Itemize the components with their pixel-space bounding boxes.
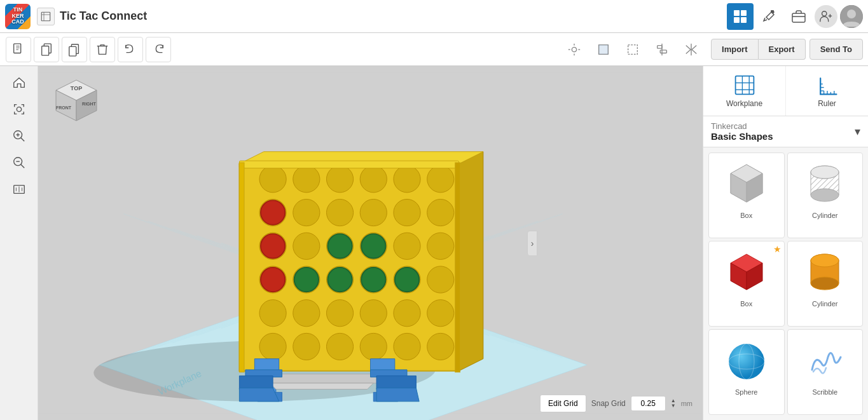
copy-button[interactable] <box>34 37 59 62</box>
shape-sphere[interactable]: Sphere <box>708 329 785 415</box>
shape-grey-cylinder[interactable]: Cylinder <box>787 152 864 238</box>
svg-rect-5 <box>734 17 740 23</box>
svg-rect-123 <box>239 161 458 168</box>
workplane-label: Workplane <box>726 99 762 108</box>
light-button[interactable] <box>561 37 587 62</box>
new-button[interactable] <box>6 37 31 62</box>
svg-point-75 <box>427 166 454 193</box>
mirror-button[interactable] <box>679 37 704 62</box>
shapes-name: Basic Shapes <box>711 131 855 142</box>
shape-grey-box[interactable]: Box <box>708 152 785 238</box>
add-user-button[interactable] <box>815 5 837 28</box>
svg-rect-124 <box>239 163 244 372</box>
svg-point-77 <box>293 199 320 226</box>
shapes-header: Tinkercad Basic Shapes ▾ <box>703 116 868 147</box>
svg-point-159 <box>811 277 839 290</box>
shape-orange-cylinder[interactable]: Cylinder <box>787 241 864 327</box>
ruler-label: Ruler <box>818 99 836 108</box>
align-button[interactable] <box>649 37 675 62</box>
svg-point-18 <box>572 47 576 51</box>
svg-marker-121 <box>376 376 416 390</box>
shapes-dropdown-icon[interactable]: ▾ <box>855 125 860 139</box>
snap-grid-stepper[interactable]: ▲ ▼ <box>671 398 676 409</box>
grey-box-label: Box <box>740 212 752 219</box>
svg-point-109 <box>361 268 385 292</box>
zoom-out-button[interactable] <box>8 151 31 174</box>
export-button[interactable]: Export <box>759 39 806 60</box>
left-panel <box>0 66 38 420</box>
workplane-button[interactable]: Workplane <box>703 66 786 116</box>
svg-point-102 <box>326 333 353 360</box>
edit-grid-button[interactable]: Edit Grid <box>540 395 586 412</box>
svg-point-86 <box>394 233 420 259</box>
svg-rect-3 <box>734 10 740 16</box>
home-view-button[interactable] <box>8 71 31 94</box>
import-button[interactable]: Import <box>711 39 758 60</box>
delete-button[interactable] <box>90 37 115 62</box>
shape-button[interactable] <box>591 37 616 62</box>
svg-marker-118 <box>239 376 273 390</box>
project-title: Tic Tac Connect <box>60 10 727 23</box>
svg-point-70 <box>259 166 286 193</box>
svg-point-101 <box>293 333 320 360</box>
snap-grid-input[interactable] <box>631 396 666 411</box>
svg-point-107 <box>361 234 385 258</box>
svg-rect-7 <box>771 10 774 13</box>
svg-point-83 <box>293 233 320 259</box>
hole-button[interactable] <box>620 37 645 62</box>
user-avatar[interactable] <box>840 5 863 28</box>
cube-navigator[interactable]: TOP FRONT RIGHT <box>45 72 108 136</box>
svg-point-149 <box>811 189 839 201</box>
svg-rect-13 <box>14 43 21 53</box>
svg-marker-119 <box>239 388 279 402</box>
svg-point-80 <box>394 199 420 226</box>
right-panel: Workplane Ruler Tinkerc <box>703 66 868 420</box>
shapes-category: Tinkercad <box>711 121 855 131</box>
svg-point-150 <box>811 166 839 179</box>
svg-point-96 <box>326 300 353 327</box>
zoom-in-button[interactable] <box>8 125 31 147</box>
shape-red-box[interactable]: ★ Box <box>708 241 785 327</box>
undo-button[interactable] <box>118 37 143 62</box>
svg-point-98 <box>394 300 420 327</box>
svg-line-29 <box>20 138 24 142</box>
svg-rect-8 <box>792 13 805 22</box>
cube-front-label: FRONT <box>56 105 72 110</box>
svg-point-10 <box>822 11 827 15</box>
svg-point-112 <box>261 200 285 224</box>
svg-point-110 <box>294 268 319 292</box>
svg-point-74 <box>394 166 420 193</box>
send-to-button[interactable]: Send To <box>809 39 863 60</box>
svg-point-108 <box>327 234 352 258</box>
duplicate-button[interactable] <box>62 37 87 62</box>
design-icon <box>37 8 55 25</box>
shape-scribble[interactable]: Scribble <box>787 329 864 415</box>
cube-right-label: RIGHT <box>82 102 97 106</box>
svg-point-73 <box>360 166 387 193</box>
3d-scene: Workplane <box>38 66 703 420</box>
svg-rect-126 <box>735 76 754 95</box>
build-button[interactable] <box>756 3 783 30</box>
toolbar: Import Export Send To <box>0 33 868 66</box>
tinkercad-logo[interactable]: TINKERCAD <box>5 4 31 29</box>
svg-rect-4 <box>741 10 747 16</box>
toolbar-right-icons <box>561 37 705 62</box>
svg-point-114 <box>261 268 285 292</box>
snap-grid-unit: mm <box>681 400 692 407</box>
panel-collapse-handle[interactable]: › <box>527 231 537 256</box>
viewport[interactable]: TOP FRONT RIGHT <box>38 66 703 420</box>
ruler-button[interactable]: Ruler <box>786 66 868 116</box>
grid-view-button[interactable] <box>727 3 754 30</box>
snap-grid-label: Snap Grid <box>591 399 626 408</box>
svg-point-81 <box>427 199 454 226</box>
svg-rect-125 <box>455 163 460 372</box>
ortho-button[interactable] <box>8 178 31 201</box>
projects-button[interactable] <box>785 3 812 30</box>
svg-point-79 <box>360 199 387 226</box>
svg-rect-15 <box>42 46 49 55</box>
redo-button[interactable] <box>146 37 171 62</box>
svg-point-103 <box>360 333 387 360</box>
svg-point-106 <box>327 268 352 292</box>
svg-point-94 <box>259 300 286 327</box>
fit-button[interactable] <box>8 98 31 121</box>
